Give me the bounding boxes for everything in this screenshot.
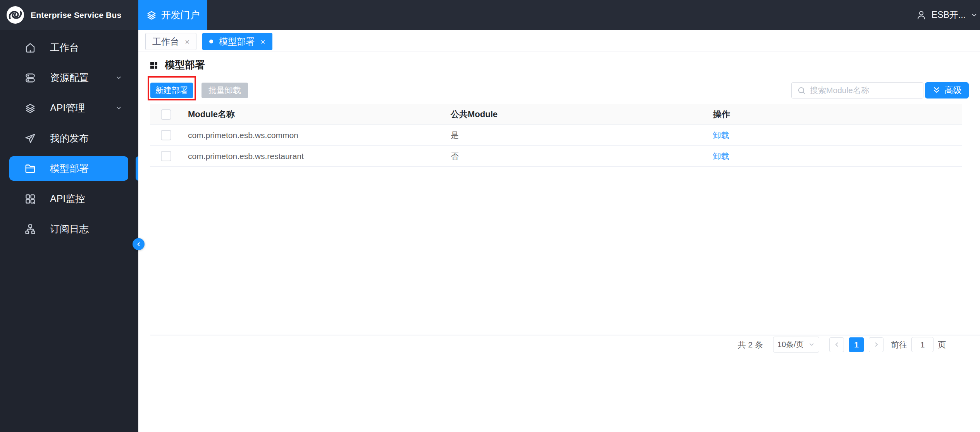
page-size-value: 10条/页 bbox=[777, 339, 804, 350]
prev-page-button[interactable] bbox=[829, 337, 844, 352]
tab-label: 模型部署 bbox=[219, 36, 255, 48]
sidebar-item-label: 订阅日志 bbox=[50, 223, 89, 235]
goto-page-input[interactable] bbox=[911, 337, 933, 352]
monitor-grid-icon bbox=[24, 193, 36, 205]
layers-icon bbox=[146, 10, 157, 21]
module-name: com.primeton.esb.ws.restaurant bbox=[182, 152, 445, 161]
tab-label: 工作台 bbox=[152, 36, 179, 48]
column-header-action: 操作 bbox=[707, 109, 962, 120]
page-header: 模型部署 bbox=[149, 58, 205, 72]
advanced-search-button[interactable]: 高级 bbox=[925, 82, 969, 98]
folder-icon bbox=[24, 163, 36, 175]
sitemap-icon bbox=[24, 223, 36, 235]
sidebar-item-my-releases[interactable]: 我的发布 bbox=[0, 126, 138, 150]
divider bbox=[138, 52, 980, 52]
main-content: 工作台 × 模型部署 × 模型部署 新建部署 批量卸载 高 bbox=[138, 30, 980, 432]
page-number-current[interactable]: 1 bbox=[849, 337, 864, 352]
home-icon bbox=[24, 42, 36, 54]
select-all-checkbox[interactable] bbox=[161, 109, 171, 120]
close-icon[interactable]: × bbox=[185, 38, 189, 46]
chevron-left-icon bbox=[834, 341, 840, 348]
user-icon bbox=[916, 10, 927, 20]
total-count: 共 2 条 bbox=[738, 339, 763, 350]
table-header-row: Module名称 公共Module 操作 bbox=[150, 104, 962, 125]
apps-grid-icon bbox=[149, 60, 158, 70]
module-public: 否 bbox=[445, 151, 707, 162]
active-dot-icon bbox=[209, 40, 213, 43]
portal-tab-label: 开发门户 bbox=[161, 9, 200, 21]
table-row: com.primeton.esb.ws.restaurant 否 卸载 bbox=[150, 146, 962, 167]
sidebar-item-label: 资源配置 bbox=[50, 71, 89, 84]
unload-link[interactable]: 卸载 bbox=[713, 152, 729, 161]
sidebar-item-resources[interactable]: 资源配置 bbox=[0, 66, 138, 90]
portal-tab[interactable]: 开发门户 bbox=[138, 0, 207, 30]
module-public: 是 bbox=[445, 130, 707, 141]
sidebar-collapse-button[interactable] bbox=[133, 238, 145, 250]
topbar: Enterprise Service Bus 开发门户 ESB开... bbox=[0, 0, 980, 30]
server-icon bbox=[24, 72, 36, 84]
tab-workbench[interactable]: 工作台 × bbox=[145, 33, 196, 50]
double-chevron-down-icon bbox=[932, 86, 941, 95]
advanced-button-label: 高级 bbox=[945, 85, 962, 96]
page-size-select[interactable]: 10条/页 bbox=[773, 337, 819, 353]
goto-label: 前往 bbox=[891, 339, 907, 350]
sidebar-item-label: API管理 bbox=[50, 102, 85, 114]
brand: Enterprise Service Bus bbox=[0, 6, 138, 24]
user-name: ESB开... bbox=[932, 9, 966, 21]
sidebar-item-workbench[interactable]: 工作台 bbox=[0, 35, 138, 60]
sidebar-item-api-management[interactable]: API管理 bbox=[0, 96, 138, 120]
search-input[interactable] bbox=[810, 86, 918, 95]
app-logo-icon bbox=[6, 6, 24, 24]
layers-icon bbox=[24, 102, 36, 114]
next-page-button[interactable] bbox=[869, 337, 884, 352]
sidebar-item-label: 模型部署 bbox=[50, 162, 89, 175]
page-unit-label: 页 bbox=[938, 339, 946, 350]
sidebar-item-label: 工作台 bbox=[50, 41, 79, 54]
chevron-left-icon bbox=[136, 241, 142, 247]
new-deploy-button[interactable]: 新建部署 bbox=[150, 83, 193, 98]
sidebar-item-model-deploy[interactable]: 模型部署 bbox=[9, 156, 128, 181]
module-search[interactable] bbox=[791, 82, 923, 98]
sidebar-item-api-monitor[interactable]: API监控 bbox=[0, 187, 138, 211]
page-title: 模型部署 bbox=[165, 58, 205, 72]
table-row: com.primeton.esb.ws.common 是 卸载 bbox=[150, 125, 962, 146]
column-header-name: Module名称 bbox=[182, 109, 445, 120]
tab-model-deploy[interactable]: 模型部署 × bbox=[202, 33, 272, 50]
close-icon[interactable]: × bbox=[260, 38, 265, 46]
module-table: Module名称 公共Module 操作 com.primeton.esb.ws… bbox=[150, 104, 962, 167]
sidebar-item-label: API监控 bbox=[50, 192, 85, 205]
chevron-down-icon bbox=[115, 105, 122, 111]
module-name: com.primeton.esb.ws.common bbox=[182, 131, 445, 140]
sidebar-item-label: 我的发布 bbox=[50, 132, 89, 145]
send-icon bbox=[24, 133, 36, 144]
column-header-public: 公共Module bbox=[445, 109, 707, 120]
sidebar: 工作台 资源配置 API管理 我的发布 bbox=[0, 30, 138, 432]
user-menu[interactable]: ESB开... bbox=[916, 9, 980, 21]
pagination: 共 2 条 10条/页 1 前往 页 bbox=[738, 336, 946, 353]
brand-title: Enterprise Service Bus bbox=[31, 10, 121, 20]
row-checkbox[interactable] bbox=[161, 130, 171, 140]
row-checkbox[interactable] bbox=[161, 151, 171, 161]
open-tabs: 工作台 × 模型部署 × bbox=[145, 33, 272, 50]
search-icon bbox=[797, 86, 806, 95]
chevron-down-icon bbox=[971, 12, 978, 19]
unload-link[interactable]: 卸载 bbox=[713, 131, 729, 140]
sidebar-item-subscription-log[interactable]: 订阅日志 bbox=[0, 217, 138, 241]
chevron-right-icon bbox=[873, 341, 880, 348]
batch-unload-button[interactable]: 批量卸载 bbox=[202, 83, 248, 98]
chevron-down-icon bbox=[115, 74, 122, 81]
divider bbox=[150, 335, 980, 335]
chevron-down-icon bbox=[808, 341, 815, 348]
